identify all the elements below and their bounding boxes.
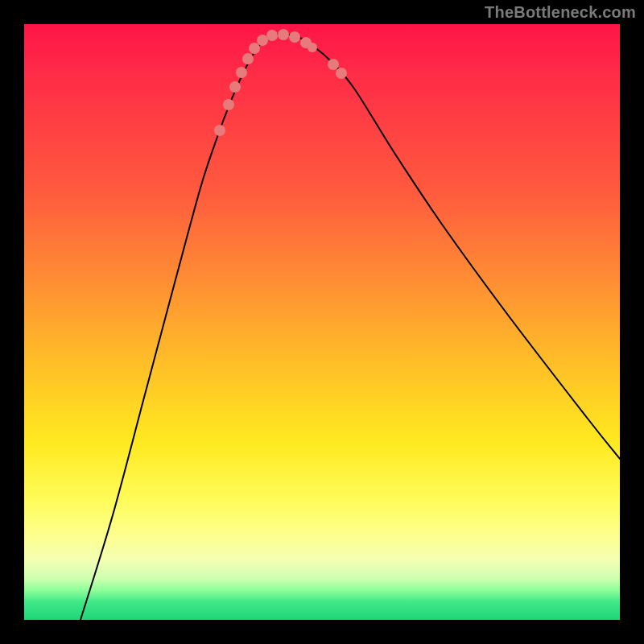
bottleneck-curve-path (80, 34, 620, 620)
curve-marker (229, 81, 241, 93)
curve-marker (249, 43, 260, 54)
chart-stage: TheBottleneck.com (0, 0, 644, 644)
curve-marker (242, 53, 254, 64)
curve-marker (308, 43, 317, 52)
curve-marker (278, 29, 289, 40)
curve-marker (223, 99, 234, 110)
curve-marker (336, 68, 347, 79)
curve-marker (289, 31, 300, 43)
curve-marker (328, 59, 339, 70)
curve-marker (257, 35, 268, 46)
curve-markers (214, 29, 347, 136)
curve-marker (236, 67, 247, 78)
bottleneck-curve-svg (24, 24, 620, 620)
curve-marker (214, 125, 225, 136)
watermark-text: TheBottleneck.com (485, 3, 636, 22)
curve-marker (266, 30, 278, 41)
